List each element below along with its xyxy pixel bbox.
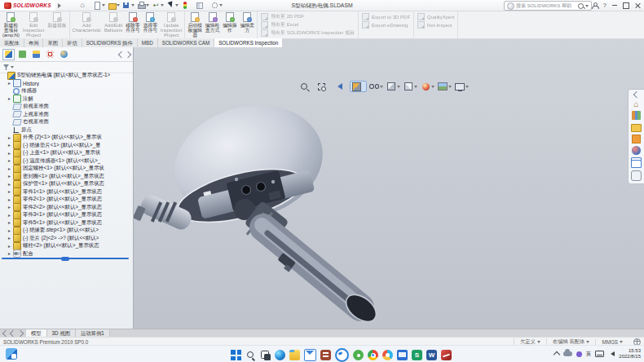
task-pane-tab-icon[interactable]: [632, 99, 641, 108]
tree-item[interactable]: 螺柱<2> (默认<<默认>_显示状态: [0, 242, 133, 250]
model-3d-thermocouple[interactable]: [106, 87, 497, 340]
tree-item[interactable]: 密封圈<1> (默认<<默认>_显示状态: [0, 173, 133, 181]
ribbon-tab[interactable]: MBD: [138, 38, 158, 47]
view-tool-button[interactable]: [454, 82, 470, 91]
tree-item[interactable]: (-) 垫片 (2)<2> ->? (默认<<默认>: [0, 235, 133, 243]
search-options-caret-icon[interactable]: [585, 5, 589, 7]
tree-item[interactable]: 前视基准面: [0, 103, 133, 111]
tray-app-icon[interactable]: [576, 351, 582, 357]
tree-item[interactable]: 上视基准面: [0, 111, 133, 119]
export-menu-item[interactable]: Export to 3D PDF: [362, 13, 410, 20]
taskbar-app-icon[interactable]: [275, 350, 285, 360]
export-menu-item[interactable]: 导出至 SOLIDWORKS Inspection 项目: [261, 29, 355, 37]
tree-item[interactable]: 零件1<1> (默认<<默认>_显示状态: [0, 188, 133, 196]
taskbar-app-icon[interactable]: [426, 350, 437, 360]
help-button[interactable]: ?: [603, 2, 607, 9]
ribbon-button[interactable]: Update Inspection Project: [159, 11, 183, 38]
ribbon-button[interactable]: 选择零 件序号: [142, 11, 159, 38]
export-menu-item[interactable]: 导出至 2D PDF: [261, 13, 355, 20]
tree-item[interactable]: (-) 绝缘垫片<1> (默认<<默认>_显: [0, 142, 133, 150]
export-menu-item[interactable]: QualityXpert: [417, 13, 454, 20]
manager-tab[interactable]: [16, 49, 29, 60]
ribbon-tab[interactable]: SOLIDWORKS Inspection: [214, 38, 283, 47]
toolbar-flyout-arrow-icon[interactable]: [58, 3, 61, 8]
quick-access-button[interactable]: [167, 2, 179, 9]
tree-item[interactable]: History: [0, 80, 133, 88]
filter-caret-icon[interactable]: [11, 66, 14, 68]
ribbon-tab[interactable]: 装配体: [0, 38, 24, 47]
rollback-bar[interactable]: [2, 258, 129, 259]
restore-button[interactable]: [623, 2, 629, 9]
ribbon-button[interactable]: 新建检 查项目 (amp;N): [1, 11, 21, 38]
tree-item[interactable]: 保护管<1> (默认<<默认>_显示状态: [0, 180, 133, 188]
task-pane-tab-icon[interactable]: [632, 135, 641, 143]
ribbon-button[interactable]: 编辑操 作: [221, 11, 238, 38]
tree-item[interactable]: 原点: [0, 126, 133, 135]
export-menu-item[interactable]: Net-Inspect: [417, 21, 454, 29]
tree-item[interactable]: 零件3<1> (默认<<默认>_显示状态: [0, 211, 133, 219]
view-tool-button[interactable]: [333, 82, 348, 91]
ribbon-tab[interactable]: SOLIDWORKS 插件: [82, 38, 138, 47]
ribbon-button[interactable]: Add/Edit Balloons: [103, 11, 124, 38]
taskbar-app-icon[interactable]: [289, 350, 300, 360]
manager-tab[interactable]: [58, 49, 70, 60]
manager-tab[interactable]: [30, 49, 42, 60]
manager-tab[interactable]: [2, 49, 15, 60]
taskbar-app-icon[interactable]: [397, 350, 408, 360]
tree-item[interactable]: (-) 绝缘套.step<1> (默认<<默认>: [0, 227, 133, 235]
touch-keyboard-icon[interactable]: [595, 351, 604, 357]
onedrive-icon[interactable]: [563, 351, 572, 356]
prev-sheet-icon[interactable]: [10, 330, 16, 337]
quick-access-button[interactable]: [94, 2, 105, 9]
taskbar-app-icon[interactable]: [412, 350, 422, 360]
quick-access-button[interactable]: [152, 2, 164, 9]
ribbon-button[interactable]: 编辑卖 方: [239, 11, 256, 38]
tree-item[interactable]: 传感器: [0, 87, 133, 95]
taskbar-app-icon[interactable]: [441, 350, 452, 360]
tree-item[interactable]: 外壳 (2)<1> (默认<<默认>_显示状: [0, 134, 133, 142]
taskbar-app-icon[interactable]: [335, 348, 349, 362]
taskbar-app-icon[interactable]: [260, 350, 271, 360]
view-tool-button[interactable]: [403, 82, 418, 91]
ribbon-tab[interactable]: 评估: [63, 38, 82, 47]
next-sheet-icon[interactable]: [17, 330, 24, 337]
tree-item[interactable]: S型铂铑热电偶 (默认<默认_显示状态-1>: [0, 72, 133, 80]
export-menu-item[interactable]: 导出至 Excel: [261, 21, 355, 29]
view-tool-button[interactable]: [350, 81, 367, 92]
tree-item[interactable]: (-) 上盖<1> (默认<<默认>_显示状: [0, 149, 133, 157]
first-sheet-icon[interactable]: [2, 330, 9, 337]
tree-item[interactable]: 注解: [0, 95, 133, 104]
ribbon-tab[interactable]: 布局: [24, 38, 44, 47]
export-menu-item[interactable]: Export eDrawing: [362, 21, 410, 29]
quick-access-button[interactable]: [108, 2, 120, 9]
ribbon-tab[interactable]: 草图: [43, 38, 63, 47]
tab-scroll-right-icon[interactable]: [125, 51, 131, 57]
view-tool-button[interactable]: [368, 82, 384, 91]
ribbon-button[interactable]: 启动模 板编辑 器: [186, 11, 203, 38]
quick-access-button[interactable]: [196, 2, 208, 9]
view-tool-button[interactable]: [437, 82, 452, 91]
search-box[interactable]: 搜索 SOLIDWORKS 帮助: [504, 1, 592, 11]
login-user-icon[interactable]: [592, 2, 598, 9]
view-tool-button[interactable]: [386, 82, 401, 91]
quick-access-button[interactable]: [123, 2, 135, 9]
filter-icon[interactable]: [3, 64, 9, 70]
quick-access-button[interactable]: [211, 2, 223, 9]
taskbar-app-icon[interactable]: [304, 349, 316, 361]
tree-item[interactable]: 零件2<2> (默认<<默认>_显示状态: [0, 204, 133, 212]
search-icon[interactable]: [578, 3, 584, 9]
minimize-button[interactable]: [612, 5, 617, 7]
quick-access-button[interactable]: [79, 2, 90, 9]
ribbon-button[interactable]: Add Characteristic: [71, 11, 103, 38]
ribbon-tab[interactable]: SOLIDWORKS CAM: [158, 38, 214, 47]
view-tool-button[interactable]: [298, 82, 314, 91]
tree-item[interactable]: 零件5<1> (默认<<默认>_显示状态: [0, 219, 133, 227]
taskbar-app-icon[interactable]: [382, 350, 393, 360]
taskbar-clock[interactable]: 15:53 2022/8/15: [619, 348, 641, 360]
task-pane-tab-icon[interactable]: [632, 111, 641, 120]
ribbon-button[interactable]: Edit Inspection Project: [21, 11, 46, 38]
taskbar-app-icon[interactable]: [353, 350, 364, 360]
quick-access-button[interactable]: [182, 2, 193, 9]
view-tool-button[interactable]: [420, 82, 435, 91]
task-pane-tab-icon[interactable]: [631, 124, 642, 132]
